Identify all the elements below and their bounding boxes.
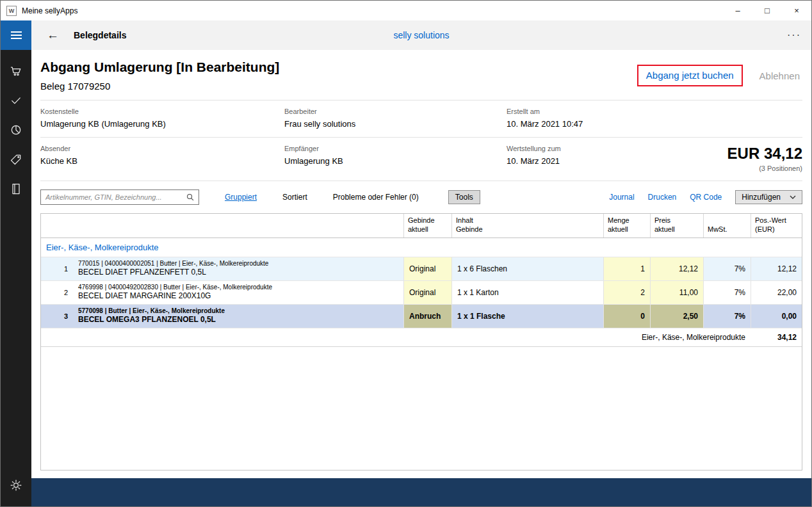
article-cell: 5770098 | Butter | Eier-, Käse-, Molkere… xyxy=(73,305,403,328)
tag-icon xyxy=(10,153,22,166)
field-value: 10. März 2021 10:47 xyxy=(507,119,583,129)
field-erstellt-am: Erstellt am 10. März 2021 10:47 xyxy=(507,108,583,129)
total-block: EUR 34,12 (3 Positionen) xyxy=(561,145,802,172)
sorted-link[interactable]: Sortiert xyxy=(282,193,307,202)
grouped-link[interactable]: Gruppiert xyxy=(225,193,257,202)
sidebar-item-journal[interactable] xyxy=(1,174,31,204)
field-bearbeiter: Bearbeiter Frau selly solutions xyxy=(284,108,507,129)
field-label: Erstellt am xyxy=(507,108,583,115)
cart-icon xyxy=(10,65,22,77)
group-title: Eier-, Käse-, Molkereiprodukte xyxy=(46,243,159,252)
footer-group-total: 34,12 xyxy=(751,333,802,342)
preis-cell[interactable]: 11,00 xyxy=(650,281,703,304)
menge-cell[interactable]: 2 xyxy=(603,281,650,304)
field-label: Empfänger xyxy=(284,145,507,152)
close-button[interactable]: × xyxy=(782,1,811,20)
field-value: Küche KB xyxy=(40,156,284,166)
window-controls: – □ × xyxy=(723,1,811,20)
wert-cell: 12,12 xyxy=(751,257,802,280)
print-link[interactable]: Drucken xyxy=(648,193,677,202)
column-header-wert: Pos.-Wert(EUR) xyxy=(751,214,802,237)
journal-link[interactable]: Journal xyxy=(609,193,634,202)
footer-group-label: Eier-, Käse-, Molkereiprodukte xyxy=(41,333,751,342)
column-header-article xyxy=(73,214,403,237)
book-transfer-button[interactable]: Abgang jetzt buchen xyxy=(646,70,734,81)
row-number: 1 xyxy=(41,257,73,280)
pie-chart-icon xyxy=(10,124,22,136)
sidebar-item-reports[interactable] xyxy=(1,115,31,145)
hamburger-menu-button[interactable] xyxy=(1,20,31,50)
title-bar: W Meine sellyApps – □ × xyxy=(1,1,811,20)
sidebar-item-shop[interactable] xyxy=(1,56,31,86)
main-content: Abgang Umlagerung [In Bearbeitung] Beleg… xyxy=(31,50,811,506)
reject-button[interactable]: Ablehnen xyxy=(759,70,800,81)
field-kostenstelle: Kostenstelle Umlagerung KB (Umlagerung K… xyxy=(40,108,284,129)
field-label: Wertstellung zum xyxy=(507,145,561,152)
divider xyxy=(40,181,802,181)
gebinde-cell[interactable]: Anbruch xyxy=(403,305,451,328)
minimize-button[interactable]: – xyxy=(723,1,752,20)
table-row-selected[interactable]: 3 5770098 | Butter | Eier-, Käse-, Molke… xyxy=(41,305,802,328)
check-icon xyxy=(10,94,22,107)
bottom-bar xyxy=(31,478,811,506)
sidebar-item-tasks[interactable] xyxy=(1,86,31,115)
back-button[interactable]: ← xyxy=(47,28,59,42)
table-row[interactable]: 1 770015 | 04000400002051 | Butter | Eie… xyxy=(41,257,802,281)
tools-button[interactable]: Tools xyxy=(448,190,480,204)
app-window: W Meine sellyApps – □ × ← Belegdetails s… xyxy=(0,0,812,507)
article-cell: 770015 | 04000400002051 | Butter | Eier-… xyxy=(73,257,403,280)
group-row[interactable]: Eier-, Käse-, Molkereiprodukte xyxy=(41,238,802,257)
search-input[interactable] xyxy=(41,190,186,204)
article-meta: 770015 | 04000400002051 | Butter | Eier-… xyxy=(78,260,268,267)
problems-link[interactable]: Probleme oder Fehler (0) xyxy=(333,193,419,202)
positions-count: (3 Positionen) xyxy=(561,165,802,172)
table-row[interactable]: 2 4769998 | 04000492002830 | Butter | Ei… xyxy=(41,281,802,305)
field-label: Kostenstelle xyxy=(40,108,284,115)
article-name: BECEL OMEGA3 PFLANZENOEL 0,5L xyxy=(78,316,216,325)
article-meta: 4769998 | 04000492002830 | Butter | Eier… xyxy=(78,284,272,291)
field-absender: Absender Küche KB xyxy=(40,145,284,172)
table-empty-area xyxy=(41,347,802,470)
qr-code-link[interactable]: QR Code xyxy=(690,193,722,202)
list-toolbar: Gruppiert Sortiert Probleme oder Fehler … xyxy=(40,189,802,205)
search-icon[interactable] xyxy=(186,193,195,202)
column-header-number xyxy=(41,214,73,237)
add-button[interactable]: Hinzufügen xyxy=(735,190,802,204)
sidebar xyxy=(1,50,31,506)
field-value: Umlagerung KB xyxy=(284,156,507,166)
wert-cell: 22,00 xyxy=(751,281,802,304)
document-header: Abgang Umlagerung [In Bearbeitung] Beleg… xyxy=(40,50,802,100)
field-label: Absender xyxy=(40,145,284,152)
maximize-button[interactable]: □ xyxy=(752,1,782,20)
gebinde-cell[interactable]: Original xyxy=(403,281,451,304)
window-title: Meine sellyApps xyxy=(22,6,77,15)
more-button[interactable]: ··· xyxy=(787,29,801,41)
preis-cell[interactable]: 12,12 xyxy=(650,257,703,280)
field-value: 10. März 2021 xyxy=(507,156,561,166)
app-header-row: ← Belegdetails selly solutions ··· xyxy=(1,20,811,50)
mwst-cell: 7% xyxy=(703,305,751,328)
document-number: Beleg 17079250 xyxy=(40,81,279,92)
article-cell: 4769998 | 04000492002830 | Butter | Eier… xyxy=(73,281,403,304)
column-header-inhalt: InhaltGebinde xyxy=(451,214,603,237)
total-amount: EUR 34,12 xyxy=(561,145,802,163)
page-title: Belegdetails xyxy=(74,30,126,40)
positions-table: Gebindeaktuell InhaltGebinde Mengeaktuel… xyxy=(40,213,802,471)
menge-cell[interactable]: 1 xyxy=(603,257,650,280)
document-title: Abgang Umlagerung [In Bearbeitung] xyxy=(40,60,279,75)
menge-cell[interactable]: 0 xyxy=(603,305,650,328)
sidebar-item-labels[interactable] xyxy=(1,145,31,174)
table-header: Gebindeaktuell InhaltGebinde Mengeaktuel… xyxy=(41,214,802,238)
table-footer: Eier-, Käse-, Molkereiprodukte 34,12 xyxy=(41,328,802,347)
field-value: Frau selly solutions xyxy=(284,119,507,129)
gebinde-cell[interactable]: Original xyxy=(403,257,451,280)
column-header-mwst: MwSt. xyxy=(703,214,751,237)
field-label: Bearbeiter xyxy=(284,108,507,115)
sidebar-item-settings[interactable] xyxy=(1,471,31,500)
hamburger-icon xyxy=(11,31,22,33)
search-box xyxy=(40,189,199,205)
book-icon xyxy=(10,182,22,195)
preis-cell[interactable]: 2,50 xyxy=(650,305,703,328)
row-number: 2 xyxy=(41,281,73,304)
field-wertstellung: Wertstellung zum 10. März 2021 xyxy=(507,145,561,172)
